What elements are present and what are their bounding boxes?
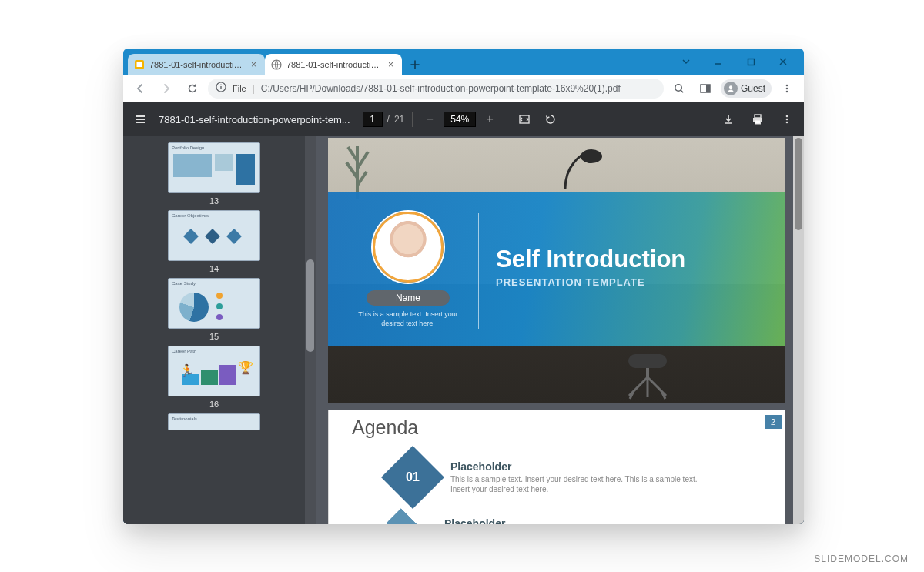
svg-rect-3 [748,59,754,65]
zoom-value-input[interactable]: 54% [444,112,476,127]
page-view[interactable]: Name This is a sample text. Insert your … [316,136,804,524]
thumbnail-scrollbar[interactable] [305,136,316,524]
tab-label: 7881-01-self-introduction-powe [286,60,383,69]
thumbnail-17[interactable]: Testimonials [168,413,260,430]
profile-guest-chip[interactable]: Guest [721,79,772,98]
placeholder-desc: This is a sample text. Insert your desir… [450,474,712,494]
toolbar-separator [412,112,413,127]
nav-reload-button[interactable] [182,78,203,99]
agenda-item-1: 01 Placeholder This is a sample text. In… [390,455,712,500]
page-total: 21 [394,114,404,125]
slide-subtitle: PRESENTATION TEMPLATE [496,276,645,288]
watermark: SLIDEMODEL.COM [814,554,909,564]
thumb-number: 14 [168,264,260,273]
svg-point-18 [786,115,788,118]
zoom-out-button[interactable]: − [420,110,439,129]
slide-1: Name This is a sample text. Insert your … [328,138,785,403]
globe-favicon-icon [271,59,282,70]
thumbnail-16[interactable]: Career Path 🏆 🏃 16 [168,346,260,409]
toolbar-separator [507,112,507,127]
thumb-caption: Career Path [172,349,196,353]
url-separator: | [253,83,255,94]
window-system-buttons [670,49,799,75]
file-scheme-label: File [233,84,246,93]
zoom-in-button[interactable]: + [480,110,499,129]
download-button[interactable] [718,109,739,130]
window-dropdown-icon[interactable] [670,50,702,73]
window-maximize-button[interactable] [735,50,767,73]
thumb-caption: Portfolio Design [172,146,204,150]
svg-point-12 [786,87,788,89]
tab-close-icon[interactable]: × [388,60,396,69]
placeholder-title: Placeholder [444,517,505,524]
url-text: C:/Users/HP/Downloads/7881-01-self-intro… [261,83,621,94]
agenda-diamond-icon: 01 [381,446,444,509]
lamp-icon [559,144,605,190]
zoom-controls: − 54% + [420,110,499,129]
svg-point-11 [786,84,788,86]
agenda-number: 01 [406,470,420,484]
fit-page-button[interactable] [515,110,534,129]
pdf-toolbar: 7881-01-self-introduction-powerpoint-tem… [123,102,804,136]
thumb-number: 16 [168,400,260,409]
browser-tab-2[interactable]: 7881-01-self-introduction-powe × [265,54,402,75]
pdf-menu-button[interactable] [129,109,151,130]
page-current-input[interactable]: 1 [363,112,383,127]
svg-point-7 [675,84,681,90]
svg-rect-6 [220,85,221,85]
browser-window: 7881-01-self-introduction-powe × 7881-01… [123,49,804,524]
tab-strip: 7881-01-self-introduction-powe × 7881-01… [123,49,804,75]
print-button[interactable] [747,109,768,130]
svg-rect-9 [706,85,710,92]
site-info-icon[interactable] [216,82,226,95]
rotate-button[interactable] [541,110,560,129]
svg-point-20 [786,122,788,124]
svg-point-13 [786,90,788,92]
svg-rect-17 [755,120,761,124]
page-indicator: 1 / 21 [363,112,405,127]
address-field[interactable]: File | C:/Users/HP/Downloads/7881-01-sel… [208,79,664,99]
pdf-body: Portfolio Design 13 Career Objectives 14 [123,136,804,524]
window-minimize-button[interactable] [702,50,735,73]
thumbnail-13[interactable]: Portfolio Design 13 [168,142,260,206]
tab-label: 7881-01-self-introduction-powe [149,60,246,69]
thumbnail-15[interactable]: Case Study 15 [168,278,260,341]
scrollbar-handle[interactable] [795,138,802,230]
name-pill: Name [367,290,450,306]
page-separator: / [387,114,390,125]
plant-icon [342,138,373,192]
tab-close-icon[interactable]: × [251,60,259,69]
thumb-caption: Testimonials [172,416,197,421]
chair-icon [605,354,690,400]
agenda-diamond-icon [373,508,428,524]
scrollbar-handle[interactable] [306,259,314,352]
zoom-indicator-icon[interactable] [668,78,690,99]
url-bar: File | C:/Users/HP/Downloads/7881-01-sel… [123,75,804,102]
svg-rect-5 [220,86,221,89]
window-close-button[interactable] [767,50,799,73]
page-scrollbar[interactable] [793,136,804,524]
slides-favicon-icon [134,59,145,70]
slide-title: Self Introduction [496,246,685,273]
side-panel-icon[interactable] [695,78,716,99]
thumb-number: 13 [168,196,260,206]
thumbnail-14[interactable]: Career Objectives 14 [168,210,260,273]
svg-point-19 [786,119,788,121]
thumbnail-rail[interactable]: Portfolio Design 13 Career Objectives 14 [123,136,305,524]
divider-line [478,213,479,329]
svg-rect-1 [137,62,142,67]
agenda-item-2: Placeholder [390,507,505,524]
nav-forward-button[interactable] [156,78,177,99]
thumb-caption: Case Study [172,281,196,286]
browser-tab-1[interactable]: 7881-01-self-introduction-powe × [128,54,265,75]
new-tab-button[interactable] [405,55,425,75]
pdf-more-button[interactable] [776,109,798,130]
agenda-title: Agenda [352,416,418,439]
slide-page-badge: 2 [765,415,782,429]
svg-point-10 [729,85,732,89]
svg-rect-22 [628,354,667,368]
nav-back-button[interactable] [129,78,151,99]
sample-text: This is a sample text. Insert your desir… [354,310,462,328]
profile-avatar-icon [724,82,738,95]
browser-menu-button[interactable] [776,78,798,99]
